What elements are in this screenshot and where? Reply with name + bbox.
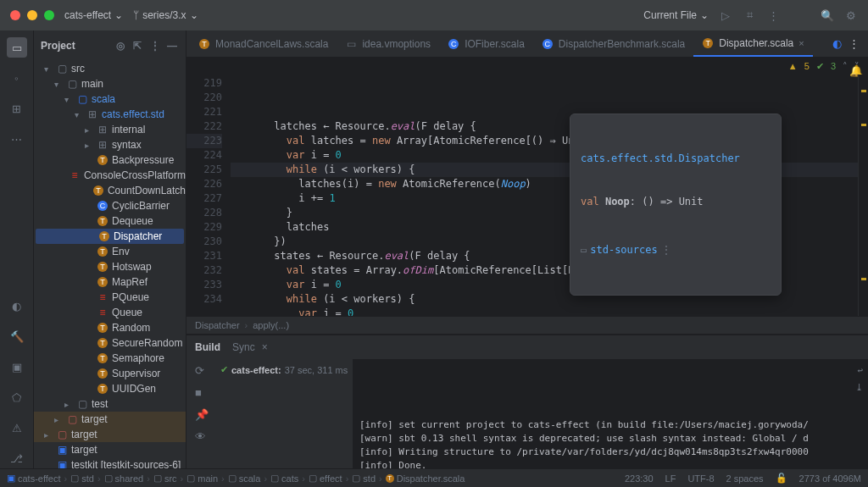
terminal-tool-icon[interactable]: ⬠ — [7, 387, 27, 407]
structure-tool-icon[interactable]: ⊞ — [7, 98, 27, 119]
nav-crumb[interactable]: ▢ cats — [270, 473, 298, 484]
more-icon[interactable]: ⋮ — [766, 8, 780, 22]
tree-item-uuidgen[interactable]: TUUIDGen — [34, 381, 186, 396]
tree-item-backpressure[interactable]: TBackpressure — [34, 152, 186, 168]
project-selector[interactable]: cats-effect ⌄ — [64, 9, 123, 21]
nav-breadcrumb[interactable]: ▣ cats-effect›▢ std›▢ shared›▢ src›▢ mai… — [7, 473, 465, 484]
heap-indicator[interactable]: 2773 of 4096M — [799, 473, 861, 484]
debug-icon[interactable]: ⌗ — [743, 8, 756, 22]
breadcrumb-item[interactable]: apply(...) — [253, 320, 289, 330]
tree-item-internal[interactable]: ▸⊞internal — [34, 122, 186, 137]
stop-icon[interactable]: ■ — [195, 386, 209, 400]
close-icon[interactable]: × — [262, 341, 268, 353]
tree-item-hotswap[interactable]: THotswap — [34, 259, 186, 274]
tree-item-mapref[interactable]: TMapRef — [34, 274, 186, 290]
quick-doc-more-icon[interactable]: ⋮ — [661, 243, 671, 257]
tab-idea-vmoptions[interactable]: ▭idea.vmoptions — [337, 30, 439, 57]
more-tool-icon[interactable]: ⋯ — [7, 129, 27, 149]
tab-monadcancellaws-scala[interactable]: TMonadCancelLaws.scala — [190, 30, 337, 57]
problems-tool-icon[interactable]: ⚠ — [7, 418, 27, 438]
tree-item-test[interactable]: ▸▢test — [34, 396, 186, 412]
meter-tool-icon[interactable]: ◐ — [7, 296, 27, 316]
tree-item-queue[interactable]: ≡Queue — [34, 305, 186, 320]
hide-panel-icon[interactable]: — — [167, 40, 179, 52]
tab-dispatcher-scala[interactable]: TDispatcher.scala× — [693, 30, 812, 57]
maximize-window-button[interactable] — [44, 10, 54, 20]
tree-item-scala[interactable]: ▾▢scala — [34, 91, 186, 107]
breadcrumb-item[interactable]: Dispatcher — [195, 320, 240, 330]
build-log[interactable]: ↩ ⤓ [info] set current project to cats-e… — [353, 359, 868, 468]
eye-icon[interactable]: 👁 — [195, 430, 209, 444]
expand-all-icon[interactable]: ⇱ — [133, 40, 145, 52]
build-tree-root[interactable]: ✔ cats-effect: 37 sec, 311 ms — [220, 364, 349, 375]
nav-crumb[interactable]: ▢ std — [70, 473, 94, 484]
panel-settings-icon[interactable]: ⋮ — [150, 40, 162, 52]
quick-doc-source[interactable]: std-sources — [590, 243, 657, 257]
tab-iofiber-scala[interactable]: CIOFiber.scala — [439, 30, 533, 57]
run-icon[interactable]: ▷ — [719, 8, 732, 22]
nav-crumb[interactable]: ▢ scala — [228, 473, 261, 484]
code-editor[interactable]: 2192202212222232242252262272282292302312… — [186, 75, 868, 316]
caret-position[interactable]: 223:30 — [625, 473, 654, 484]
settings-icon[interactable]: ⚙ — [844, 8, 858, 22]
refresh-icon[interactable]: ⟳ — [195, 364, 209, 378]
close-icon[interactable]: × — [798, 38, 804, 48]
tree-item-target[interactable]: ▸▢target — [34, 412, 186, 427]
readonly-icon[interactable]: 🔓 — [776, 473, 787, 484]
hint-icon[interactable]: ✔ — [816, 61, 824, 72]
commit-tool-icon[interactable]: ◦ — [7, 68, 27, 88]
tree-item-dequeue[interactable]: TDequeue — [34, 213, 186, 229]
run-config-selector[interactable]: Current File ⌄ — [643, 9, 709, 21]
tree-item-main[interactable]: ▾▢main — [34, 76, 186, 91]
tree-item-pqueue[interactable]: ≡PQueue — [34, 290, 186, 305]
gutter[interactable]: 2192202212222232242252262272282292302312… — [186, 75, 231, 316]
nav-crumb[interactable]: ▢ std — [352, 473, 376, 484]
tree-item-env[interactable]: TEnv — [34, 244, 186, 259]
project-tool-icon[interactable]: ▭ — [7, 37, 27, 58]
nav-crumb[interactable]: ▢ shared — [104, 473, 144, 484]
tree-item-countdownlatch[interactable]: TCountDownLatch — [34, 183, 186, 198]
select-file-icon[interactable]: ◎ — [116, 40, 128, 52]
tree-item-src[interactable]: ▾▢src — [34, 61, 186, 76]
bookmark-tool-icon[interactable]: ▣ — [7, 357, 27, 377]
tree-item-target[interactable]: ▣target — [34, 442, 186, 457]
build-tree[interactable]: ✔ cats-effect: 37 sec, 311 ms — [217, 359, 353, 468]
prev-highlight-icon[interactable]: ˄ — [843, 61, 848, 72]
tree-item-semaphore[interactable]: TSemaphore — [34, 351, 186, 366]
warning-icon[interactable]: ▲ — [788, 61, 798, 71]
pin-icon[interactable]: 📌 — [195, 408, 209, 422]
build-tool-icon[interactable]: 🔨 — [7, 326, 27, 346]
ai-assistant-icon[interactable]: ◐ — [832, 37, 842, 50]
line-ending[interactable]: LF — [665, 473, 676, 484]
editor-breadcrumb[interactable]: Dispatcher › apply(...) — [186, 316, 868, 335]
project-tree[interactable]: ▾▢src▾▢main▾▢scala▾⊞cats.effect.std▸⊞int… — [34, 61, 186, 468]
tab-build[interactable]: Build — [195, 341, 220, 353]
tab-dispatcherbenchmark-scala[interactable]: CDispatcherBenchmark.scala — [533, 30, 693, 57]
branch-selector[interactable]: ᛘ series/3.x ⌄ — [133, 9, 198, 21]
code-body[interactable]: latches ← Resource.eval(F delay { val la… — [231, 75, 858, 316]
indent[interactable]: 2 spaces — [726, 473, 764, 484]
nav-crumb[interactable]: ▢ effect — [309, 473, 342, 484]
vcs-tool-icon[interactable]: ⎇ — [7, 448, 27, 468]
tree-item-securerandom[interactable]: TSecureRandom — [34, 335, 186, 351]
nav-crumb[interactable]: ▢ main — [186, 473, 218, 484]
tree-item-consolecrossplatform[interactable]: ≡ConsoleCrossPlatform — [34, 168, 186, 183]
tree-item-cyclicbarrier[interactable]: CCyclicBarrier — [34, 198, 186, 213]
search-icon[interactable]: 🔍 — [821, 8, 834, 22]
encoding[interactable]: UTF-8 — [687, 473, 714, 484]
scroll-to-end-icon[interactable]: ⤓ — [855, 381, 863, 395]
close-window-button[interactable] — [10, 10, 20, 20]
tree-item-supervisor[interactable]: TSupervisor — [34, 366, 186, 381]
minimize-window-button[interactable] — [27, 10, 37, 20]
nav-crumb[interactable]: ▢ src — [153, 473, 177, 484]
tab-sync[interactable]: Sync× — [232, 341, 268, 353]
quick-doc-package[interactable]: cats.effect.std.Dispatcher — [581, 152, 771, 166]
marker-strip[interactable] — [858, 75, 868, 316]
nav-crumb[interactable]: ▣ cats-effect — [7, 473, 61, 484]
tree-item-cats-effect-std[interactable]: ▾⊞cats.effect.std — [34, 107, 186, 122]
tree-item-testkit-testkit-sources-6-[interactable]: ▣testkit [testkit-sources-6] — [34, 457, 186, 468]
tree-item-target[interactable]: ▸▢target — [34, 427, 186, 442]
tab-more-icon[interactable]: ⋮ — [849, 37, 860, 50]
tree-item-random[interactable]: TRandom — [34, 320, 186, 335]
tree-item-dispatcher[interactable]: TDispatcher — [36, 229, 184, 244]
